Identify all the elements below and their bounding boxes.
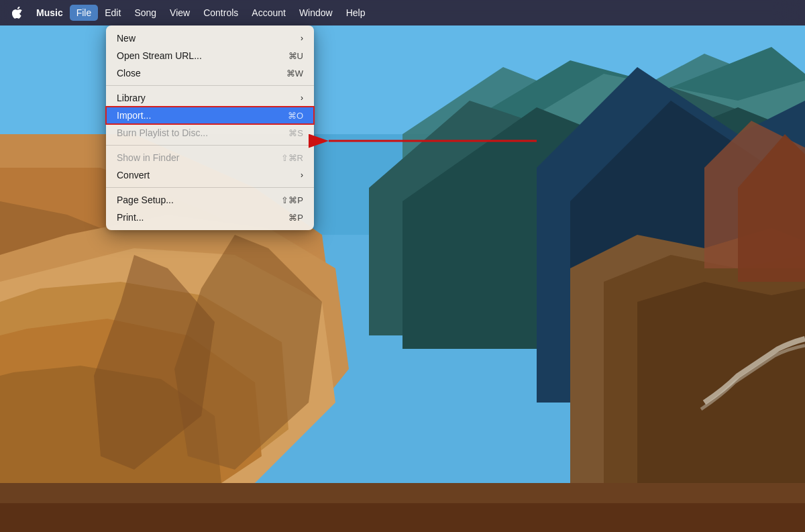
file-dropdown-menu: New › Open Stream URL... ⌘U Close ⌘W Lib… [106, 25, 314, 230]
convert-submenu-arrow: › [301, 170, 303, 180]
apple-menu-item[interactable] [5, 3, 30, 23]
separator-3 [106, 187, 314, 188]
page-setup-shortcut: ⇧⌘P [281, 195, 303, 205]
menu-item-library-label: Library [117, 93, 146, 103]
menu-item-close[interactable]: Close ⌘W [106, 64, 314, 82]
menu-item-page-setup-label: Page Setup... [117, 195, 174, 205]
window-menu-label: Window [299, 7, 333, 18]
import-shortcut: ⌘O [288, 111, 303, 121]
menu-item-new-label: New [117, 33, 136, 44]
song-menu-item[interactable]: Song [127, 5, 163, 21]
print-shortcut: ⌘P [288, 213, 303, 223]
song-menu-label: Song [134, 7, 156, 18]
music-menu-item[interactable]: Music [30, 5, 70, 21]
window-menu-item[interactable]: Window [292, 5, 339, 21]
burn-shortcut: ⌘S [288, 128, 303, 138]
menu-item-convert-label: Convert [117, 170, 150, 180]
menu-item-show-finder-label: Show in Finder [117, 152, 179, 163]
controls-menu-item[interactable]: Controls [197, 5, 245, 21]
file-menu-item[interactable]: File [70, 5, 99, 21]
menu-item-library[interactable]: Library › [106, 89, 314, 107]
separator-2 [106, 145, 314, 146]
menu-item-show-finder[interactable]: Show in Finder ⇧⌘R [106, 149, 314, 166]
menu-item-print-label: Print... [117, 212, 144, 223]
menu-item-open-stream[interactable]: Open Stream URL... ⌘U [106, 47, 314, 64]
show-finder-shortcut: ⇧⌘R [281, 153, 303, 163]
edit-menu-item[interactable]: Edit [98, 5, 127, 21]
menu-item-close-label: Close [117, 68, 141, 78]
file-menu-label: File [76, 7, 92, 18]
svg-rect-24 [0, 503, 805, 532]
open-stream-shortcut: ⌘U [288, 51, 303, 61]
menu-item-import-label: Import... [117, 110, 151, 121]
view-menu-item[interactable]: View [163, 5, 197, 21]
menu-item-import[interactable]: Import... ⌘O [106, 107, 314, 124]
new-submenu-arrow: › [301, 34, 303, 43]
menu-item-new[interactable]: New › [106, 30, 314, 47]
menu-item-convert[interactable]: Convert › [106, 166, 314, 184]
menu-item-print[interactable]: Print... ⌘P [106, 209, 314, 226]
help-menu-label: Help [346, 7, 366, 18]
view-menu-label: View [170, 7, 190, 18]
music-menu-label: Music [36, 7, 63, 18]
menubar: Music File Edit Song View Controls Accou… [0, 0, 805, 25]
help-menu-item[interactable]: Help [339, 5, 372, 21]
separator-1 [106, 85, 314, 86]
close-shortcut: ⌘W [286, 68, 303, 78]
account-menu-label: Account [252, 7, 286, 18]
menu-item-burn-label: Burn Playlist to Disc... [117, 127, 208, 138]
menu-item-open-stream-label: Open Stream URL... [117, 50, 202, 61]
library-submenu-arrow: › [301, 93, 303, 103]
controls-menu-label: Controls [203, 7, 238, 18]
account-menu-item[interactable]: Account [245, 5, 292, 21]
edit-menu-label: Edit [105, 7, 121, 18]
menu-item-burn-playlist[interactable]: Burn Playlist to Disc... ⌘S [106, 124, 314, 142]
menu-item-page-setup[interactable]: Page Setup... ⇧⌘P [106, 191, 314, 209]
